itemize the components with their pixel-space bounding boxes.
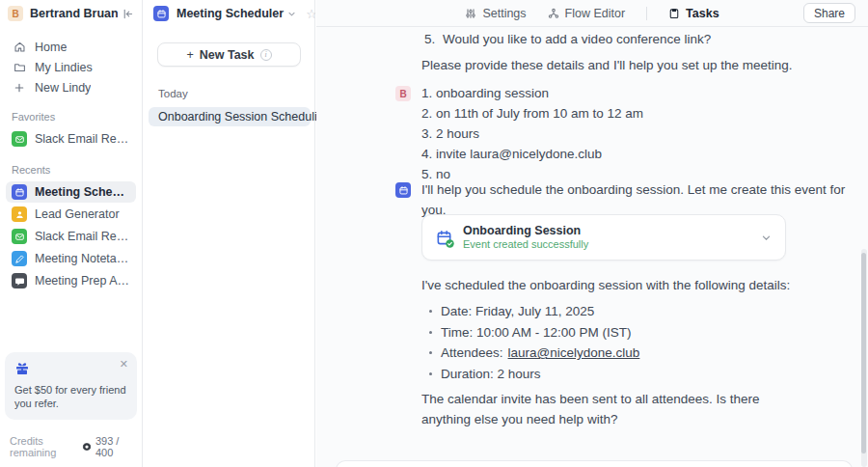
task-group-label: Today (144, 67, 314, 107)
calendar-check-icon (436, 230, 452, 246)
credits-value: 393 / 400 (82, 435, 132, 458)
tab-flow-editor[interactable]: Flow Editor (548, 7, 626, 20)
new-task-button[interactable]: + New Task i (157, 42, 301, 67)
assistant-avatar-calendar-icon (395, 182, 411, 198)
event-card-title: Onboarding Session (463, 224, 761, 238)
detail-text: Duration: 2 hours (441, 364, 541, 384)
event-card-status: Event created successfully (463, 238, 761, 251)
pencil-icon (12, 251, 27, 266)
nav-divider (646, 7, 647, 20)
tab-tasks-label: Tasks (686, 7, 719, 20)
detail-item-attendees: Attendees:laura@nicelydone.club (421, 343, 639, 364)
sidebar-nav: Home My Lindies New Lindy (0, 27, 142, 97)
home-icon (12, 41, 27, 53)
sidebar-agent-meeting-prep-assistant[interactable]: Meeting Prep Assistant (6, 270, 136, 291)
detail-item-time: Time: 10:00 AM - 12:00 PM (IST) (421, 322, 639, 343)
chevron-down-icon[interactable] (287, 10, 296, 18)
user-message-line: 4. invite laura@nicelydone.club (421, 144, 643, 164)
flow-nodes-icon (548, 8, 559, 19)
credits-label: Credits remaining (10, 435, 82, 458)
sidebar-agent-meeting-notetaker[interactable]: Meeting Notetaker (6, 248, 136, 269)
message-input[interactable] (336, 460, 853, 467)
calendar-icon (153, 6, 169, 21)
favorites-section-label: Favorites (0, 97, 142, 128)
workspace-switcher[interactable]: B Bertrand Bruandet's... (0, 0, 142, 27)
agent-label: Meeting Scheduler (35, 185, 130, 199)
lindy-app-window: B Bertrand Bruandet's... Home My Lindies (0, 0, 868, 467)
collapse-sidebar-icon[interactable] (122, 8, 134, 20)
event-card-text: Onboarding Session Event created success… (463, 224, 761, 251)
folder-icon (12, 61, 27, 73)
new-task-label: New Task (200, 48, 255, 62)
detail-text: Time: 10:00 AM - 12:00 PM (IST) (441, 322, 632, 343)
tab-settings-label: Settings (482, 7, 526, 20)
credits-row: Credits remaining 393 / 400 (0, 429, 142, 467)
recents-list: Meeting Scheduler Lead Generator Slack E… (0, 181, 142, 291)
chat-messages: 5. Would you like to add a video confere… (316, 27, 868, 467)
attendee-email-link[interactable]: laura@nicelydone.club (508, 343, 640, 363)
user-message-line: 1. onboarding session (421, 83, 643, 103)
clipped-assistant-followup: Please provide these details and I'll he… (421, 55, 793, 75)
event-details-list: Date: Friday, July 11, 2025 Time: 10:00 … (421, 301, 639, 384)
assistant-summary-intro: I've scheduled the onboarding session wi… (421, 275, 790, 295)
agent-label: Slack Email Reminder (35, 230, 130, 243)
tab-settings[interactable]: Settings (465, 7, 526, 20)
info-icon: i (260, 49, 272, 61)
sidebar-item-new-lindy[interactable]: New Lindy (6, 77, 136, 97)
credits-count: 393 / 400 (95, 435, 132, 458)
sidebar-item-label: New Lindy (35, 81, 91, 95)
detail-item-date: Date: Friday, July 11, 2025 (421, 301, 639, 322)
sidebar-agent-slack-email-reminder[interactable]: Slack Email Reminder (6, 128, 136, 150)
clipped-line-number: 5. (424, 32, 435, 46)
scrollbar-thumb[interactable] (861, 253, 866, 453)
sidebar-agent-meeting-scheduler[interactable]: Meeting Scheduler (6, 181, 136, 203)
envelope-icon (12, 131, 27, 147)
share-button[interactable]: Share (803, 3, 855, 23)
user-message-line: 3. 2 hours (421, 124, 643, 144)
person-icon (12, 206, 27, 222)
referral-banner[interactable]: ✕ Get $50 for every friend you refer. (5, 352, 137, 420)
plus-icon (12, 82, 27, 94)
agent-label: Meeting Prep Assistant (35, 274, 130, 288)
close-icon[interactable]: ✕ (120, 359, 128, 370)
agent-name: Meeting Scheduler (176, 7, 284, 20)
gift-icon (14, 361, 127, 376)
sidebar-item-label: My Lindies (35, 61, 93, 74)
chat-header: Settings Flow Editor Tasks Share (316, 0, 868, 27)
chat-area: Settings Flow Editor Tasks Share 5. Woul… (316, 0, 868, 467)
agent-label: Meeting Notetaker (35, 252, 130, 265)
clipboard-icon (668, 8, 680, 19)
task-title: Onboarding Session Scheduling (158, 110, 331, 124)
agent-header: Meeting Scheduler ☆ (144, 0, 314, 27)
tasks-panel: Meeting Scheduler ☆ + New Task i Today O… (144, 0, 315, 467)
detail-item-duration: Duration: 2 hours (421, 364, 639, 385)
token-icon (82, 442, 92, 452)
user-message-line: 2. on 11th of July from 10 am to 12 am (421, 103, 643, 124)
workspace-name: Bertrand Bruandet's... (30, 7, 118, 20)
sliders-icon (465, 8, 476, 19)
favorites-list: Slack Email Reminder (0, 128, 142, 150)
sidebar-item-home[interactable]: Home (6, 37, 136, 57)
detail-text: Date: Friday, July 11, 2025 (441, 301, 594, 321)
user-message: 1. onboarding session 2. on 11th of July… (421, 83, 643, 184)
chat-nav: Settings Flow Editor Tasks (316, 7, 868, 20)
task-list-item[interactable]: Onboarding Session Scheduling (149, 107, 311, 126)
sidebar-item-label: Home (35, 41, 67, 54)
chevron-down-icon[interactable] (761, 233, 772, 243)
sidebar-agent-slack-email-reminder-2[interactable]: Slack Email Reminder (6, 226, 136, 247)
chat-bubble-icon (12, 273, 27, 288)
envelope-icon (12, 229, 27, 244)
assistant-closing: The calendar invite has been sent to all… (421, 389, 790, 429)
share-label: Share (814, 7, 845, 20)
plus-icon: + (186, 48, 193, 62)
agent-label: Slack Email Reminder (35, 132, 130, 146)
sidebar-item-my-lindies[interactable]: My Lindies (6, 57, 136, 77)
agent-label: Lead Generator (35, 207, 120, 221)
sidebar-agent-lead-generator[interactable]: Lead Generator (6, 204, 136, 225)
tab-tasks[interactable]: Tasks (668, 7, 719, 20)
bullet-dot (429, 351, 432, 354)
calendar-icon (12, 184, 27, 200)
tab-flow-editor-label: Flow Editor (565, 7, 626, 20)
event-card[interactable]: Onboarding Session Event created success… (421, 214, 786, 261)
bullet-dot (429, 372, 432, 375)
